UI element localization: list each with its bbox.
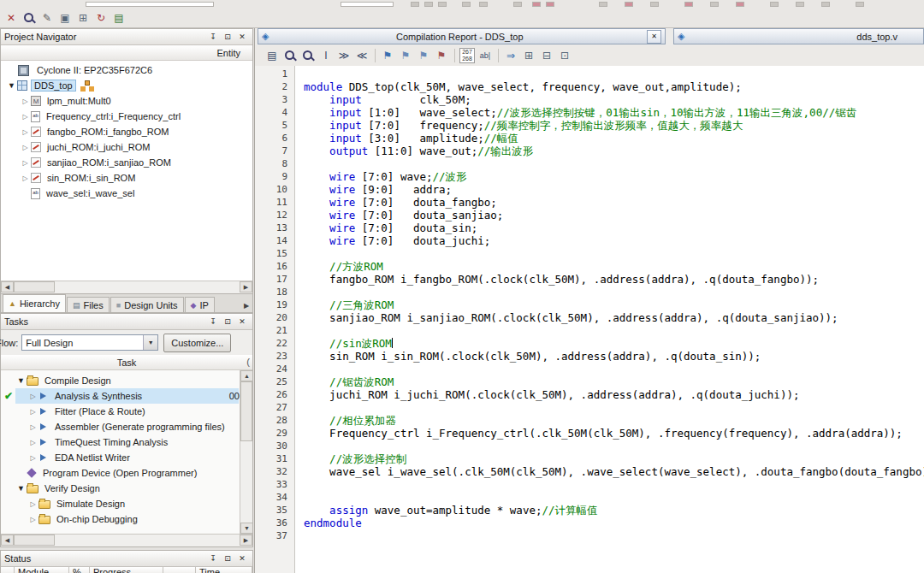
line-count-badge[interactable]: 267 268 [459,47,476,64]
code-line[interactable]: fangbo_ROM i_fangbo_ROM(.clock(clk_50M),… [304,273,924,286]
code-line[interactable]: //方波ROM [304,260,924,273]
collapse-arrow-icon[interactable]: ▼ [6,81,17,90]
find-gold-icon[interactable] [21,10,38,27]
scroll-thumb[interactable] [14,281,55,292]
code-line[interactable] [304,363,924,375]
task-row-simulate-design[interactable]: ▷Simulate Design [1,496,252,511]
text-cursor-icon[interactable]: I [317,47,335,64]
window-grid-icon[interactable]: ⊞ [74,10,92,27]
script-icon[interactable]: ▤ [110,10,127,27]
expand-arrow-icon[interactable]: ▷ [27,454,38,462]
bookmark-toggle-icon[interactable]: ⚑ [379,47,396,64]
collapse-arrow-icon[interactable]: ▼ [15,376,27,385]
code-line[interactable]: assign wave_out=amplitude * wave;//计算幅值 [304,504,924,517]
pn-hscrollbar[interactable]: ◀ ▶ [1,281,252,293]
editor-window-titlebar[interactable]: ◈ dds_top.v [673,28,924,44]
expand-arrow-icon[interactable]: ▷ [27,393,38,400]
float-button[interactable]: ⊡ [221,316,234,328]
pin-button[interactable]: ↧ [206,31,220,44]
code-line[interactable]: input [7:0] frequency;//频率控制字，控制输出波形频率，值… [304,119,924,132]
close-report-button[interactable]: ✕ [647,30,661,44]
code-line[interactable] [304,286,924,298]
code-line[interactable]: //三角波ROM [304,298,924,311]
find-replace-icon[interactable] [299,47,317,64]
tree-item-wave-sel-i-wave-sel[interactable]: wave_sel:i_wave_sel [1,186,252,201]
task-column-header[interactable]: Task ( [1,355,252,370]
word-wrap-icon[interactable]: ab| [477,47,494,64]
find-icon[interactable] [281,47,299,64]
task-row-program-device-open-programmer[interactable]: Program Device (Open Programmer) [1,465,252,481]
bookmark-prev-icon[interactable]: ⚑ [415,47,432,64]
window-icon-3[interactable]: ⊡ [556,47,573,64]
indent-increase-icon[interactable]: ≫ [335,47,352,64]
bookmark-clear-icon[interactable]: ⚑ [433,47,450,64]
expand-arrow-icon[interactable]: ▷ [20,113,31,121]
scroll-right-button[interactable]: ▶ [240,281,252,292]
task-row-assembler-generate-programming-files[interactable]: ▷Assembler (Generate programming files) [1,419,252,434]
tab-hierarchy[interactable]: ▲Hierarchy [3,294,66,312]
status-col-progress[interactable]: Progress [90,567,163,573]
code-line[interactable]: wire [7:0] wave;//波形 [304,170,924,183]
indent-decrease-icon[interactable]: ≪ [353,47,370,64]
window-icon-1[interactable]: ⊞ [520,47,537,64]
bookmark-next-icon[interactable]: ⚑ [397,47,414,64]
code-line[interactable]: wire [7:0] douta_sanjiao; [304,209,924,222]
expand-arrow-icon[interactable]: ▷ [27,516,38,523]
expand-arrow-icon[interactable]: ▷ [20,97,31,105]
code-line[interactable]: juchi_ROM i_juchi_ROM(.clock(clk_50M), .… [304,388,924,401]
tree-item-fangbo-rom-i-fangbo-rom[interactable]: ▷fangbo_ROM:i_fangbo_ROM [1,124,252,139]
code-editor[interactable]: 1234567891011121314151617181920212223242… [255,66,924,573]
tree-item-sanjiao-rom-i-sanjiao-rom[interactable]: ▷sanjiao_ROM:i_sanjiao_ROM [1,155,252,170]
clipboard-icon[interactable]: ▣ [56,10,74,27]
task-row-analysis-synthesis[interactable]: ✔▷Analysis & Synthesis00 [1,388,252,404]
code-line[interactable] [304,324,924,337]
expand-arrow-icon[interactable]: ▷ [20,174,31,182]
status-col-[interactable]: % [69,567,90,573]
tab-overflow-button[interactable]: ▶ [240,298,252,312]
code-line[interactable]: Frequency_ctrl i_Frequency_ctrl(.clk_50M… [304,427,924,440]
tab-design-units[interactable]: ■Design Units [110,297,184,312]
scroll-left-button[interactable]: ◀ [1,535,14,546]
expand-arrow-icon[interactable]: ▷ [27,408,38,416]
tasks-hscrollbar[interactable]: ◀ ▶ [1,534,252,546]
code-line[interactable]: wire [7:0] douta_juchi; [304,234,924,247]
code-line[interactable]: wave_sel i_wave_sel(.clk_50M(clk_50M), .… [304,465,924,478]
close-red-icon[interactable]: ✕ [3,10,20,27]
code-line[interactable]: input [1:0] wave_select;//波形选择控制按键，01输出s… [304,106,924,119]
expand-arrow-icon[interactable]: ▷ [27,500,38,508]
code-line[interactable]: wire [7:0] douta_sin; [304,222,924,234]
status-col-time[interactable]: Time [196,567,252,573]
code-line[interactable] [304,440,924,452]
entity-column-header[interactable]: Entity [1,45,252,61]
code-line[interactable]: //相位累加器 [304,414,924,427]
code-line[interactable]: module DDS_top(clk_50M, wave_select, fre… [304,80,924,93]
code-line[interactable] [304,478,924,491]
code-line[interactable]: endmodule [304,517,924,529]
code-line[interactable]: sanjiao_ROM i_sanjiao_ROM(.clock(clk_50M… [304,311,924,324]
export-source-icon[interactable]: ▤ [264,47,281,64]
task-row-timequest-timing-analysis[interactable]: ▷TimeQuest Timing Analysis [1,434,252,450]
float-button[interactable]: ⊡ [221,552,234,565]
task-row-fitter-place-route[interactable]: ▷Fitter (Place & Route) [1,404,252,419]
tab-ip[interactable]: ◆IP [185,297,215,312]
task-row-verify-design[interactable]: ▼Verify Design [1,481,252,496]
report-window-titlebar[interactable]: ◈ Compilation Report - DDS_top ✕ [258,28,666,44]
code-line[interactable]: //波形选择控制 [304,452,924,465]
code-line[interactable]: sin_ROM i_sin_ROM(.clock(clk_50M), .addr… [304,350,924,363]
expand-arrow-icon[interactable]: ▷ [20,159,31,167]
task-row-eda-netlist-writer[interactable]: ▷EDA Netlist Writer [1,450,252,465]
code-line[interactable] [304,68,924,80]
expand-arrow-icon[interactable]: ▷ [27,423,38,431]
code-line[interactable] [304,529,924,542]
customize-button[interactable]: Customize... [163,334,231,352]
next-document-icon[interactable]: ⇒ [502,47,519,64]
expand-arrow-icon[interactable]: ▷ [20,128,31,136]
code-line[interactable] [304,401,924,414]
collapse-arrow-icon[interactable]: ▼ [15,484,27,493]
expand-arrow-icon[interactable]: ▷ [20,144,31,151]
code-line[interactable] [304,247,924,260]
code-line[interactable]: wire [7:0] douta_fangbo; [304,196,924,209]
refresh-icon[interactable]: ↻ [92,10,110,27]
code-line[interactable]: //sin波ROM [304,337,924,350]
code-line[interactable]: //锯齿波ROM [304,375,924,388]
